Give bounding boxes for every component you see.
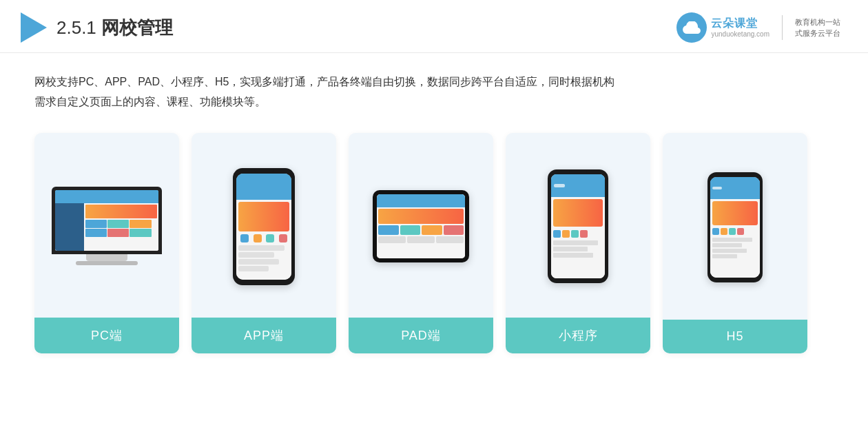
card-image-app xyxy=(192,133,336,318)
card-image-pad xyxy=(349,133,493,318)
header-left: 2.5.1 网校管理 xyxy=(21,12,173,43)
wechat-phone-icon xyxy=(548,169,608,283)
card-pad: PAD端 xyxy=(349,133,493,353)
card-label-miniprogram: 小程序 xyxy=(506,318,650,353)
h5-phone-icon xyxy=(707,172,763,282)
card-label-app: APP端 xyxy=(192,318,336,353)
mini-phone-notch xyxy=(727,172,743,176)
main-content: 网校支持PC、APP、PAD、小程序、H5，实现多端打通，产品各终端自由切换，数… xyxy=(0,53,868,367)
header-right: 云朵课堂 yunduoketang.com 教育机构一站 式服务云平台 xyxy=(676,12,840,43)
phone-notch xyxy=(254,168,273,173)
description-line1: 网校支持PC、APP、PAD、小程序、H5，实现多端打通，产品各终端自由切换，数… xyxy=(34,72,834,92)
brand-divider xyxy=(782,15,783,40)
description: 网校支持PC、APP、PAD、小程序、H5，实现多端打通，产品各终端自由切换，数… xyxy=(34,72,834,112)
page-container: 2.5.1 网校管理 云朵课堂 yunduoketang.com 教育机构一站 … xyxy=(0,0,868,434)
page-title: 2.5.1 网校管理 xyxy=(56,16,173,40)
cards-row: PC端 xyxy=(34,133,834,353)
card-label-pc: PC端 xyxy=(34,318,179,353)
card-label-pad: PAD端 xyxy=(349,318,493,353)
card-miniprogram: 小程序 xyxy=(506,133,650,353)
pc-monitor-icon xyxy=(52,187,162,266)
logo-triangle-icon xyxy=(21,12,47,43)
wechat-notch xyxy=(569,169,587,174)
brand-logo: 云朵课堂 yunduoketang.com xyxy=(676,12,769,43)
card-app: APP端 xyxy=(192,133,336,353)
card-pc: PC端 xyxy=(34,133,179,353)
brand-slogan: 教育机构一站 式服务云平台 xyxy=(795,17,840,39)
header: 2.5.1 网校管理 云朵课堂 yunduoketang.com 教育机构一站 … xyxy=(0,0,868,53)
card-label-h5: H5 xyxy=(663,320,807,353)
card-h5: H5 xyxy=(663,133,807,353)
app-phone-icon xyxy=(233,168,295,285)
card-image-pc xyxy=(34,133,179,318)
cloud-svg xyxy=(683,21,701,34)
card-image-h5 xyxy=(663,133,807,320)
card-image-miniprogram xyxy=(506,133,650,318)
description-line2: 需求自定义页面上的内容、课程、功能模块等。 xyxy=(34,92,834,112)
brand-text: 云朵课堂 yunduoketang.com xyxy=(711,17,769,38)
cloud-icon xyxy=(676,12,707,43)
pad-tablet-icon xyxy=(373,190,469,262)
